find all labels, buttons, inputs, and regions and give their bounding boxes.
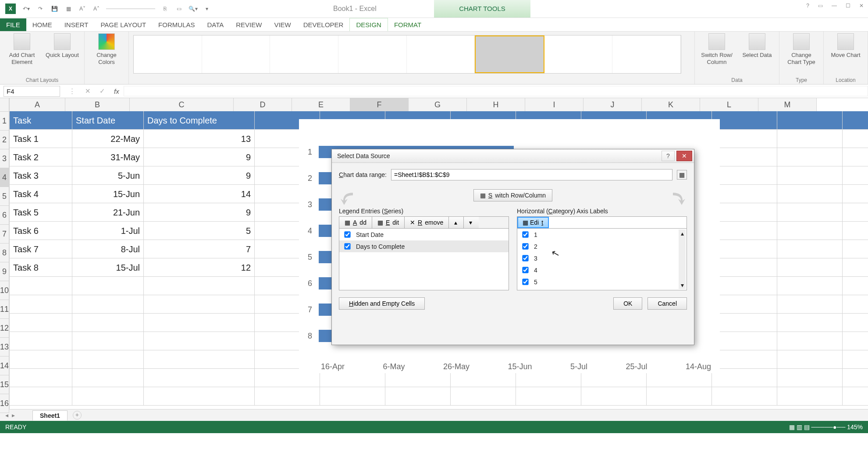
column-header[interactable]: G [409, 98, 467, 112]
minimize-icon[interactable]: — [832, 3, 837, 9]
tab-data[interactable]: DATA [201, 18, 230, 31]
cell[interactable] [777, 277, 843, 295]
list-item[interactable]: 1 [517, 229, 687, 240]
cell[interactable]: Task 8 [10, 258, 72, 277]
cell[interactable] [843, 185, 868, 203]
dialog-help-icon[interactable]: ? [662, 151, 675, 161]
cell[interactable] [10, 387, 72, 406]
cell[interactable] [712, 369, 777, 387]
cell[interactable] [777, 350, 843, 369]
cell[interactable] [712, 295, 777, 314]
cell[interactable] [843, 258, 868, 277]
cancel-formula-icon[interactable]: ✕ [85, 87, 91, 95]
qat-icon-3[interactable]: ▭ [172, 6, 186, 12]
cell[interactable] [843, 166, 868, 185]
cell[interactable] [843, 387, 868, 406]
cancel-button[interactable]: Cancel [647, 297, 687, 310]
category-list[interactable]: ▴▾ 12345 [517, 229, 687, 290]
cell[interactable]: 22-May [72, 130, 144, 148]
remove-series-button[interactable]: ✕ Remove [405, 217, 449, 228]
dialog-close-icon[interactable]: ✕ [676, 151, 692, 161]
cell[interactable]: 1-Jul [72, 222, 144, 240]
scrollbar[interactable]: ▴▾ [679, 229, 686, 289]
cell[interactable] [777, 222, 843, 240]
cell[interactable] [320, 387, 385, 406]
cell[interactable] [72, 369, 144, 387]
row-header[interactable]: 2 [0, 131, 9, 149]
category-checkbox[interactable] [522, 231, 528, 237]
redo-icon[interactable]: ↷ [33, 6, 47, 12]
cell[interactable] [712, 130, 777, 148]
column-header[interactable]: D [234, 98, 292, 112]
cell[interactable] [777, 295, 843, 314]
cell[interactable] [777, 369, 843, 387]
cell[interactable]: 8-Jul [72, 240, 144, 258]
cell[interactable]: 21-Jun [72, 203, 144, 222]
qat-combo[interactable] [106, 8, 155, 9]
select-all-corner[interactable] [0, 98, 9, 112]
cell[interactable] [647, 387, 712, 406]
cell[interactable] [843, 148, 868, 166]
row-header[interactable]: 4 [0, 168, 9, 187]
cell[interactable] [843, 203, 868, 222]
cell[interactable] [144, 314, 255, 332]
row-header[interactable]: 14 [0, 357, 9, 375]
cell[interactable] [385, 387, 451, 406]
cell[interactable] [72, 314, 144, 332]
cell[interactable] [72, 387, 144, 406]
cell[interactable] [144, 332, 255, 350]
tab-home[interactable]: HOME [26, 18, 58, 31]
cell[interactable] [843, 111, 868, 130]
cell[interactable]: Task 5 [10, 203, 72, 222]
tab-page-layout[interactable]: PAGE LAYOUT [94, 18, 152, 31]
cell[interactable] [712, 166, 777, 185]
tab-scroll-right-icon[interactable]: ▸ [12, 412, 15, 419]
cell[interactable] [144, 295, 255, 314]
cell[interactable] [843, 350, 868, 369]
edit-series-button[interactable]: ▦ Edit [372, 217, 405, 228]
cell[interactable] [777, 185, 843, 203]
cell[interactable] [777, 203, 843, 222]
cell[interactable]: 13 [144, 130, 255, 148]
change-chart-type-button[interactable]: Change Chart Type [784, 33, 819, 65]
column-header[interactable]: A [10, 98, 65, 112]
cell[interactable]: Task 2 [10, 148, 72, 166]
cell[interactable] [144, 387, 255, 406]
maximize-icon[interactable]: ☐ [846, 3, 850, 9]
cell[interactable] [843, 332, 868, 350]
move-chart-button[interactable]: Move Chart [828, 33, 863, 59]
cell[interactable]: 15-Jul [72, 258, 144, 277]
cell[interactable] [10, 332, 72, 350]
list-item[interactable]: Start Date [339, 229, 509, 240]
cell[interactable] [777, 148, 843, 166]
cell[interactable] [712, 314, 777, 332]
formula-input[interactable] [124, 86, 868, 96]
font-inc-icon[interactable]: A˄ [89, 6, 103, 12]
row-header[interactable]: 11 [0, 300, 9, 319]
cell[interactable] [712, 222, 777, 240]
list-item[interactable]: Days to Complete [339, 240, 509, 252]
cell[interactable] [712, 240, 777, 258]
column-header[interactable]: H [467, 98, 525, 112]
cell[interactable]: Task 1 [10, 130, 72, 148]
cell[interactable]: 7 [144, 240, 255, 258]
row-header[interactable]: 1 [0, 112, 9, 131]
column-header[interactable]: M [758, 98, 817, 112]
edit-axis-labels-button[interactable]: ▦ Edit [517, 217, 549, 228]
cell[interactable]: Start Date [72, 111, 144, 130]
cell[interactable] [72, 350, 144, 369]
new-sheet-icon[interactable]: + [73, 411, 82, 420]
cell[interactable]: 9 [144, 148, 255, 166]
cell[interactable]: 15-Jun [72, 185, 144, 203]
column-header[interactable]: K [642, 98, 700, 112]
cell[interactable]: Task 3 [10, 166, 72, 185]
qat-icon[interactable]: ▦ [61, 6, 75, 12]
cell[interactable] [712, 111, 777, 130]
cell[interactable] [10, 369, 72, 387]
cell[interactable] [777, 332, 843, 350]
series-checkbox[interactable] [344, 231, 350, 237]
row-header[interactable]: 10 [0, 281, 9, 300]
switch-row-column-button[interactable]: Switch Row/ Column [699, 33, 734, 65]
cell[interactable] [843, 295, 868, 314]
fx-icon[interactable]: fx [114, 88, 119, 95]
